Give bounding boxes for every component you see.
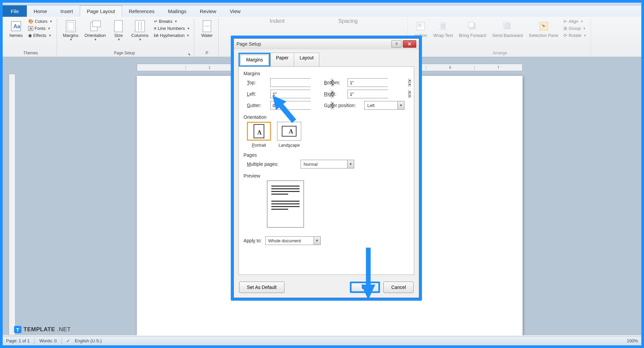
chevron-down-icon: ▼ [48,27,51,30]
multiple-pages-select[interactable]: Normal ▼ [301,160,354,168]
status-zoom[interactable]: 100% [627,338,638,343]
chevron-down-icon[interactable]: ▼ [347,160,354,168]
gutter-pos-label: Gutter position: [324,103,361,108]
tab-review[interactable]: Review [193,5,223,17]
orientation-portrait-option[interactable]: Portrait [247,122,271,148]
chevron-down-icon: ▼ [583,27,586,30]
themes-button[interactable]: Aa hemes [7,18,25,39]
dialog-tab-paper[interactable]: Paper [270,53,294,67]
dialog-tab-layout[interactable]: Layout [294,53,319,67]
status-words[interactable]: Words: 0 [39,338,57,343]
left-margin-input[interactable]: ▲▼ [270,90,311,98]
effects-button[interactable]: ◉ Effects ▼ [27,32,54,39]
ok-button[interactable]: OK [350,282,380,293]
dialog-title-text: Page Setup [236,41,391,47]
dialog-titlebar[interactable]: Page Setup ? ✕ [234,39,419,49]
watermark-text: TEMPLATE [23,326,55,333]
rotate-icon: ⟳ [564,33,567,38]
watermark-button[interactable]: ABC Water [198,18,216,39]
multiple-pages-value: Normal [301,162,347,167]
gutter-value-field[interactable] [271,101,331,109]
svg-rect-5 [93,21,101,27]
margins-button[interactable]: Margins ▼ [61,18,80,43]
fonts-label: Fonts [35,26,46,31]
dialog-tabs: Margins Paper Layout [234,49,419,67]
colors-icon: 🎨 [28,19,34,24]
gutter-position-select[interactable]: Left ▼ [364,101,405,110]
tab-view[interactable]: View [223,5,247,17]
hyphenation-button[interactable]: bē Hyphenation ▼ [153,32,191,39]
themes-icon: Aa [9,19,23,33]
spinner-down-icon[interactable]: ▼ [409,83,411,87]
proofing-icon[interactable]: ✓ [66,338,70,343]
size-button[interactable]: Size ▼ [110,18,127,43]
tab-home[interactable]: Home [27,5,54,17]
page-bg-group-label: P [198,50,216,57]
dialog-close-button[interactable]: ✕ [403,40,416,48]
svg-rect-20 [505,23,510,29]
spinner-up-icon[interactable]: ▲ [409,79,411,83]
line-numbers-button[interactable]: ≡ Line Numbers ▼ [153,25,191,32]
left-value-field[interactable] [271,90,331,98]
tab-insert[interactable]: Insert [54,5,80,17]
align-icon: ⊫ [564,19,567,24]
right-margin-input[interactable]: ▲▼ [347,90,388,98]
chevron-down-icon[interactable]: ▼ [397,101,404,109]
dialog-footer: Set As Default OK Cancel [234,278,419,298]
cancel-button[interactable]: Cancel [383,282,414,293]
breaks-label: Breaks [159,19,172,24]
svg-rect-7 [135,20,145,32]
chevron-down-icon: ▼ [187,27,190,30]
margins-label: Margins [63,33,78,38]
spinner-up-icon[interactable]: ▲ [409,90,411,94]
set-as-default-button[interactable]: Set As Default [239,282,284,293]
dialog-help-button[interactable]: ? [391,40,401,48]
ruler-tick: 1 [185,66,234,69]
status-page[interactable]: Page: 1 of 1 [6,338,30,343]
columns-button[interactable]: Columns ▼ [129,18,150,43]
columns-icon [133,19,147,33]
chevron-down-icon: ▼ [49,34,52,37]
selection-pane-button[interactable]: Selection Pane [527,18,560,39]
tab-references[interactable]: References [122,5,161,17]
gutter-input[interactable]: ▲▼ [270,101,311,110]
rotate-button[interactable]: ⟳Rotate▼ [562,32,588,39]
apply-to-row: Apply to: Whole document ▼ [244,236,409,245]
bottom-value-field[interactable] [348,79,408,87]
orientation-label: Orientation [85,33,106,38]
colors-button[interactable]: 🎨 Colors ▼ [27,18,54,24]
align-button[interactable]: ⊫Align▼ [562,18,588,24]
tab-page-layout[interactable]: Page Layout [80,5,122,17]
tab-mailings[interactable]: Mailings [161,5,193,17]
apply-to-label: Apply to: [244,238,262,243]
margins-icon [64,19,77,33]
status-language[interactable]: English (U.S.) [75,338,102,343]
landscape-label: Landscape [278,143,300,148]
page-setup-launcher[interactable]: ⬊ [188,52,191,56]
group-arrange: osition Wrap Text Bring Forward Send Bac… [409,18,591,57]
tab-file[interactable]: File [3,5,27,17]
line-numbers-label: Line Numbers [158,26,185,31]
fonts-button[interactable]: A Fonts ▼ [27,25,54,32]
top-margin-input[interactable]: ▲▼ [270,78,311,87]
dialog-tab-margins[interactable]: Margins [240,55,269,65]
spinner-down-icon[interactable]: ▼ [409,94,411,98]
orientation-button[interactable]: Orientation ▼ [83,18,108,43]
position-icon [414,19,427,33]
bring-forward-button[interactable]: Bring Forward [457,18,488,39]
margins-tab-highlight: Margins [238,53,270,67]
group-themes: Aa hemes 🎨 Colors ▼ A Fonts ▼ [5,18,57,57]
send-backward-button[interactable]: Send Backward [490,18,525,39]
wrap-text-button[interactable]: Wrap Text [431,18,455,39]
orientation-landscape-option[interactable]: Landscape [277,122,301,148]
chevron-down-icon[interactable]: ▼ [314,237,320,245]
right-value-field[interactable] [348,90,408,98]
align-label: Align [569,19,578,24]
top-value-field[interactable] [271,79,331,87]
bottom-margin-input[interactable]: ▲▼ [347,78,388,87]
columns-label: Columns [131,33,148,38]
group-button[interactable]: ⊞Group▼ [562,25,588,32]
breaks-button[interactable]: ↵ Breaks ▼ [153,18,191,24]
apply-to-select[interactable]: Whole document ▼ [265,236,321,245]
vertical-ruler[interactable] [9,74,15,335]
